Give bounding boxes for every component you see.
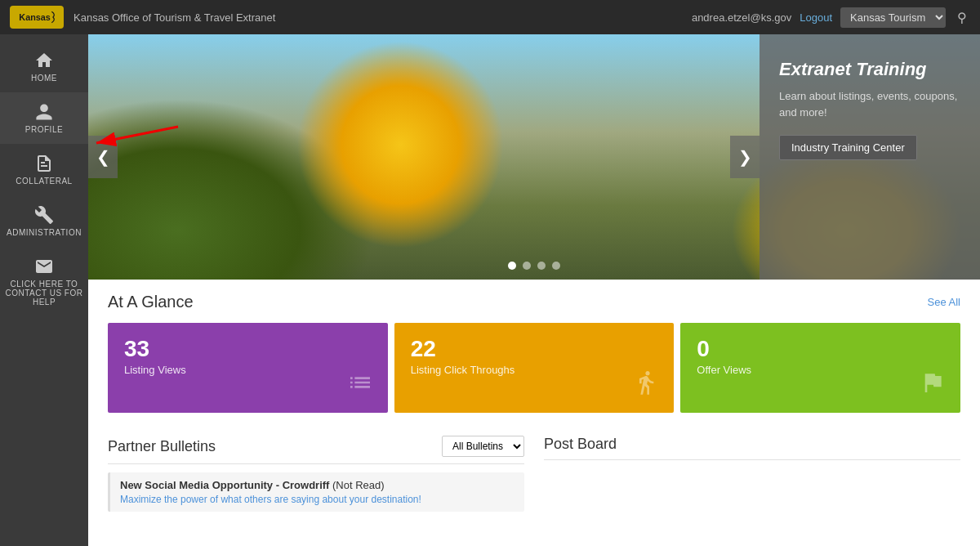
bulletin-item[interactable]: New Social Media Opportunity - Crowdriff… [108,472,524,512]
sidebar-label-contact: CLICK HERE TO CONTACT US FOR HELP [3,280,85,307]
site-logo[interactable]: Kansas [10,6,64,29]
bulletin-title-suffix: (Not Read) [329,479,384,491]
document-icon [34,154,54,173]
logout-link[interactable]: Logout [800,11,832,24]
bulletins-title: Partner Bulletins [108,438,216,455]
hero-slider: ❮ ❯ Extranet Training Learn about listin… [88,34,980,280]
sidebar-label-profile: PROFILE [25,125,63,134]
sidebar-item-administration[interactable]: ADMINISTRATION [0,195,88,247]
stat-label-click-throughs: Listing Click Throughs [411,364,658,376]
sidebar-item-profile[interactable]: PROFILE [0,92,88,144]
bulletin-title-bold: New Social Media Opportunity - Crowdriff [120,479,329,491]
sidebar-label-home: HOME [31,74,57,83]
sidebar-item-collateral[interactable]: COLLATERAL [0,144,88,195]
bulletin-title: New Social Media Opportunity - Crowdriff… [120,479,514,491]
slider-dot-1[interactable] [508,262,516,270]
home-icon [34,51,54,70]
stat-card-listing-views[interactable]: 33 Listing Views [108,323,388,413]
post-board-title: Post Board [544,436,617,453]
main-content: ❮ ❯ Extranet Training Learn about listin… [88,34,980,546]
slider-next-button[interactable]: ❯ [730,136,760,178]
post-board-section: Post Board [544,436,960,512]
stat-number-listing-views: 33 [124,336,372,362]
header-title: Kansas Office of Tourism & Travel Extran… [74,11,692,24]
at-a-glance-title: At A Glance [108,293,194,311]
flag-icon [920,369,946,401]
bulletin-subtitle: Maximize the power of what others are sa… [120,494,514,505]
envelope-icon [34,257,54,276]
stat-card-offer-views[interactable]: 0 Offer Views [680,323,960,413]
svg-text:Kansas: Kansas [19,12,51,22]
sidebar-label-administration: ADMINISTRATION [7,228,82,237]
see-all-link[interactable]: See All [928,296,960,308]
at-a-glance-header: At A Glance See All [108,293,960,311]
partner-bulletins-section: Partner Bulletins All Bulletins New Soci… [108,436,524,512]
context-dropdown[interactable]: Kansas Tourism [840,7,946,28]
list-icon [347,369,373,401]
slider-overlay: Extranet Training Learn about listings, … [760,34,980,280]
sidebar-label-collateral: COLLATERAL [16,177,72,186]
slider-dots [508,262,560,270]
slider-prev-button[interactable]: ❮ [88,136,118,178]
training-center-button[interactable]: Industry Training Center [779,135,917,160]
slider-overlay-text: Learn about listings, events, coupons, a… [779,88,960,120]
stat-card-click-throughs[interactable]: 22 Listing Click Throughs [394,323,675,413]
stat-number-offer-views: 0 [697,336,944,362]
user-email: andrea.etzel@ks.gov [692,11,791,24]
at-a-glance-section: At A Glance See All 33 Listing Views 22 [88,280,980,436]
sidebar: HOME PROFILE COLLATERAL ADMINISTRATION [0,34,88,546]
bulletins-filter: All Bulletins [442,436,524,457]
stat-label-offer-views: Offer Views [697,364,944,376]
stat-number-click-throughs: 22 [411,336,658,362]
slider-overlay-title: Extranet Training [779,59,960,80]
slider-dot-4[interactable] [552,262,560,270]
bottom-section: Partner Bulletins All Bulletins New Soci… [88,436,980,512]
header: Kansas Kansas Office of Tourism & Travel… [0,0,980,34]
stat-label-listing-views: Listing Views [124,364,372,376]
slider-dot-2[interactable] [523,262,531,270]
header-right: andrea.etzel@ks.gov Logout Kansas Touris… [692,7,970,28]
post-board-header: Post Board [544,436,960,460]
bulletins-header: Partner Bulletins All Bulletins [108,436,524,464]
bulletins-dropdown[interactable]: All Bulletins [442,436,524,457]
slider-dot-3[interactable] [537,262,546,270]
stats-row: 33 Listing Views 22 Listing Click Throug… [108,323,960,413]
search-button[interactable]: ⚲ [954,10,970,25]
sidebar-item-contact[interactable]: CLICK HERE TO CONTACT US FOR HELP [0,247,88,316]
pointer-icon [633,369,659,401]
sidebar-item-home[interactable]: HOME [0,41,88,92]
layout: HOME PROFILE COLLATERAL ADMINISTRATION [0,34,980,546]
person-icon [34,102,54,122]
wrench-icon [34,205,54,225]
